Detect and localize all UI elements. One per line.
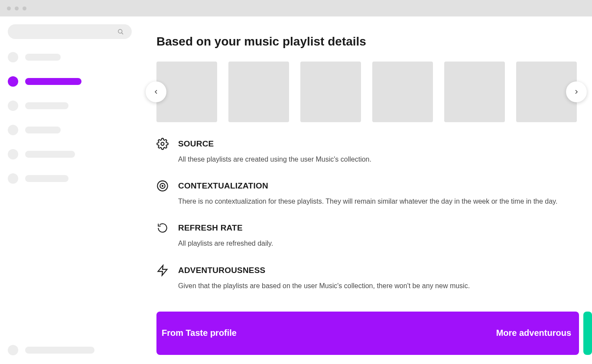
carousel-next-button[interactable] bbox=[566, 81, 587, 102]
sidebar-item-1[interactable] bbox=[8, 76, 132, 87]
sidebar-item-label-placeholder bbox=[25, 102, 68, 109]
info-description: All playlists are refreshed daily. bbox=[178, 238, 576, 248]
playlist-card[interactable] bbox=[372, 62, 433, 122]
sidebar-item-icon bbox=[8, 125, 18, 135]
refresh-icon bbox=[156, 222, 169, 234]
sidebar-item-label-placeholder bbox=[25, 151, 75, 158]
svg-marker-6 bbox=[158, 265, 167, 275]
sidebar-item-0[interactable] bbox=[8, 52, 132, 62]
info-title: ADVENTUROUSNESS bbox=[178, 266, 265, 275]
sidebar-item-icon bbox=[8, 101, 18, 111]
playlist-card[interactable] bbox=[300, 62, 361, 122]
slider-segment-taste: From Taste profile More adventurous bbox=[156, 312, 579, 355]
sidebar-item-icon bbox=[8, 173, 18, 184]
traffic-light-minimize[interactable] bbox=[15, 6, 19, 10]
lightning-icon bbox=[156, 264, 169, 276]
playlist-card[interactable] bbox=[228, 62, 289, 122]
info-title: CONTEXTUALIZATION bbox=[178, 181, 268, 191]
svg-line-1 bbox=[121, 32, 123, 34]
avatar-placeholder bbox=[8, 345, 18, 355]
info-item-gear: SOURCEAll these playlists are created us… bbox=[156, 138, 576, 164]
info-item-target: CONTEXTUALIZATIONThere is no contextuali… bbox=[156, 180, 576, 206]
info-description: All these playlists are created using th… bbox=[178, 154, 576, 164]
sidebar-item-label-placeholder bbox=[25, 78, 81, 85]
search-input[interactable] bbox=[8, 24, 132, 39]
info-title: SOURCE bbox=[178, 139, 214, 149]
playlist-carousel bbox=[156, 62, 592, 122]
playlist-card[interactable] bbox=[444, 62, 505, 122]
window-titlebar bbox=[0, 0, 592, 16]
svg-point-2 bbox=[161, 143, 164, 146]
slider-left-label: From Taste profile bbox=[162, 328, 237, 338]
carousel-prev-button[interactable] bbox=[146, 81, 166, 102]
sidebar-item-icon bbox=[8, 149, 18, 159]
target-icon bbox=[156, 180, 169, 192]
sidebar-footer-item[interactable] bbox=[8, 345, 132, 355]
sidebar-item-5[interactable] bbox=[8, 173, 132, 184]
sidebar-item-3[interactable] bbox=[8, 125, 132, 135]
sidebar-item-4[interactable] bbox=[8, 149, 132, 159]
adventurousness-slider[interactable]: From Taste profile More adventurous bbox=[156, 312, 592, 355]
info-description: Given that the playlists are based on th… bbox=[178, 281, 576, 291]
svg-point-5 bbox=[162, 185, 163, 186]
traffic-light-maximize[interactable] bbox=[23, 6, 26, 10]
search-icon bbox=[117, 28, 124, 35]
footer-label-placeholder bbox=[25, 347, 94, 354]
traffic-light-close[interactable] bbox=[7, 6, 11, 10]
page-title: Based on your music playlist details bbox=[156, 35, 592, 49]
gear-icon bbox=[156, 138, 169, 150]
sidebar-item-icon bbox=[8, 76, 18, 87]
info-description: There is no contextualization for these … bbox=[178, 196, 576, 206]
info-title: REFRESH RATE bbox=[178, 223, 243, 233]
sidebar-item-label-placeholder bbox=[25, 54, 61, 61]
slider-right-label: More adventurous bbox=[496, 328, 571, 338]
sidebar-item-2[interactable] bbox=[8, 101, 132, 111]
sidebar-item-icon bbox=[8, 52, 18, 62]
svg-point-0 bbox=[118, 29, 122, 33]
slider-segment-adventurous bbox=[583, 312, 592, 355]
sidebar-item-label-placeholder bbox=[25, 127, 61, 133]
sidebar-item-label-placeholder bbox=[25, 175, 68, 182]
main-content: Based on your music playlist details SOU… bbox=[140, 16, 592, 364]
info-item-lightning: ADVENTUROUSNESSGiven that the playlists … bbox=[156, 264, 576, 291]
sidebar bbox=[0, 16, 140, 364]
info-item-refresh: REFRESH RATEAll playlists are refreshed … bbox=[156, 222, 576, 248]
